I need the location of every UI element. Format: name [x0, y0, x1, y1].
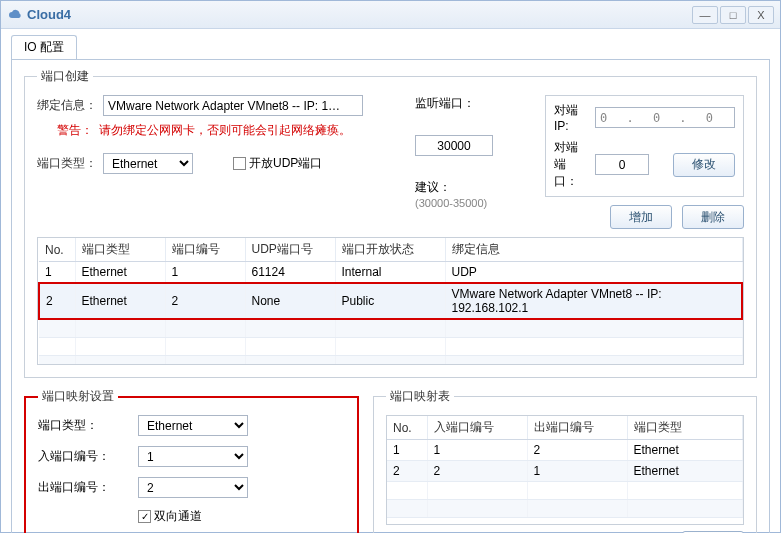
- tab-panel: 端口创建 绑定信息： 警告： 请勿绑定公网网卡，否则可能会引起网络瘫痪。: [11, 59, 770, 533]
- map-out-select[interactable]: 2: [138, 477, 248, 498]
- add-port-button[interactable]: 增加: [610, 205, 672, 229]
- mcol-out[interactable]: 出端口编号: [527, 416, 627, 440]
- port-table[interactable]: No. 端口类型 端口编号 UDP端口号 端口开放状态 绑定信息 1 Ether…: [37, 237, 744, 365]
- titlebar[interactable]: Cloud4 — □ X: [1, 1, 780, 29]
- app-logo-icon: [7, 7, 23, 23]
- col-bind[interactable]: 绑定信息: [445, 238, 742, 262]
- port-map-settings-group: 端口映射设置 端口类型： Ethernet 入端口编号： 1 出端口编号： 2 …: [24, 388, 359, 533]
- map-table-legend: 端口映射表: [386, 388, 454, 405]
- open-udp-label: 开放UDP端口: [249, 155, 322, 172]
- bidirectional-checkbox[interactable]: ✓ 双向通道: [138, 508, 345, 525]
- delete-port-button[interactable]: 删除: [682, 205, 744, 229]
- table-row[interactable]: 1 1 2 Ethernet: [387, 440, 743, 461]
- peer-box: 对端IP: 对端端口： 修改: [545, 95, 744, 197]
- mcol-no[interactable]: No.: [387, 416, 427, 440]
- suggest-label: 建议：: [415, 180, 451, 194]
- listen-port-input[interactable]: [415, 135, 493, 156]
- map-in-select[interactable]: 1: [138, 446, 248, 467]
- col-num[interactable]: 端口编号: [165, 238, 245, 262]
- window-title: Cloud4: [27, 7, 71, 22]
- suggest-range: (30000-35000): [415, 197, 487, 209]
- port-map-table-group: 端口映射表 No. 入端口编号 出端口编号 端口类型: [373, 388, 757, 533]
- col-state[interactable]: 端口开放状态: [335, 238, 445, 262]
- mcol-in[interactable]: 入端口编号: [427, 416, 527, 440]
- open-udp-checkbox[interactable]: 开放UDP端口: [233, 155, 322, 172]
- port-create-legend: 端口创建: [37, 68, 93, 85]
- map-port-type-label: 端口类型：: [38, 417, 138, 434]
- warning-text: 请勿绑定公网网卡，否则可能会引起网络瘫痪。: [99, 122, 351, 139]
- tab-io-config[interactable]: IO 配置: [11, 35, 77, 59]
- modify-button[interactable]: 修改: [673, 153, 735, 177]
- bind-label: 绑定信息：: [37, 97, 97, 114]
- warning-label: 警告：: [37, 122, 93, 139]
- col-udp[interactable]: UDP端口号: [245, 238, 335, 262]
- map-out-label: 出端口编号：: [38, 479, 138, 496]
- port-create-group: 端口创建 绑定信息： 警告： 请勿绑定公网网卡，否则可能会引起网络瘫痪。: [24, 68, 757, 378]
- mcol-type[interactable]: 端口类型: [627, 416, 743, 440]
- listen-port-label: 监听端口：: [415, 95, 527, 131]
- peer-port-label: 对端端口：: [554, 139, 587, 190]
- app-window: Cloud4 — □ X IO 配置 端口创建 绑定信息：: [0, 0, 781, 533]
- maximize-button[interactable]: □: [720, 6, 746, 24]
- map-table[interactable]: No. 入端口编号 出端口编号 端口类型 1 1 2 Ethern: [386, 415, 744, 525]
- checkbox-icon: [233, 157, 246, 170]
- bidirectional-label: 双向通道: [154, 508, 202, 525]
- map-settings-legend: 端口映射设置: [38, 388, 118, 405]
- table-row[interactable]: 1 Ethernet 1 61124 Internal UDP: [39, 262, 742, 284]
- peer-ip-input[interactable]: [595, 107, 735, 128]
- peer-ip-label: 对端IP:: [554, 102, 587, 133]
- table-row[interactable]: 2 Ethernet 2 None Public VMware Network …: [39, 283, 742, 319]
- bind-adapter-select[interactable]: [103, 95, 363, 116]
- checkbox-icon: ✓: [138, 510, 151, 523]
- port-type-select[interactable]: Ethernet: [103, 153, 193, 174]
- table-row[interactable]: 2 2 1 Ethernet: [387, 461, 743, 482]
- minimize-button[interactable]: —: [692, 6, 718, 24]
- port-type-label: 端口类型：: [37, 155, 97, 172]
- col-no[interactable]: No.: [39, 238, 75, 262]
- peer-port-input[interactable]: [595, 154, 649, 175]
- map-port-type-select[interactable]: Ethernet: [138, 415, 248, 436]
- map-in-label: 入端口编号：: [38, 448, 138, 465]
- close-button[interactable]: X: [748, 6, 774, 24]
- col-type[interactable]: 端口类型: [75, 238, 165, 262]
